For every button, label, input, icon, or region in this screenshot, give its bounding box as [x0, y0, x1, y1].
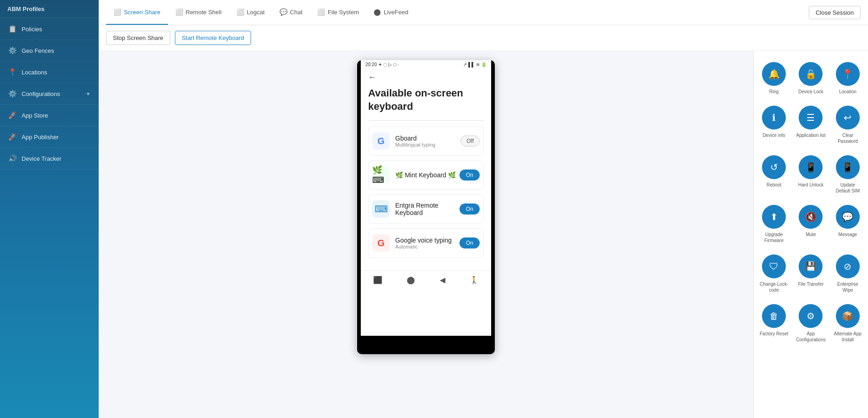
action-circle-clear-password: ↩ — [836, 106, 860, 130]
phone-divider — [368, 120, 484, 121]
action-btn-enterprise-wipe[interactable]: ⊘ Enterprise Wipe — [831, 251, 864, 297]
action-circle-message: 💬 — [836, 205, 860, 229]
action-label-device-info: Device info — [762, 132, 785, 138]
action-btn-update-default-sim[interactable]: 📱 Update Default SIM — [831, 152, 864, 198]
sidebar-header: ABM Profiles — [0, 0, 99, 18]
tab-label-remote-shell: Remote Shell — [186, 9, 222, 16]
sidebar-item-policies[interactable]: 📋Policies — [0, 18, 99, 40]
sidebar-icon-app-publisher: 🚀 — [8, 133, 17, 141]
stop-screen-share-button[interactable]: Stop Screen Share — [106, 31, 170, 45]
status-icons: ↗ ▌▌ ≋ 🔋 — [463, 62, 487, 67]
actions-grid: 🔔 Ring 🔒 Device Lock 📍 Location ℹ Device… — [757, 58, 864, 346]
keyboard-icon-mint-keyboard: 🌿⌨ — [372, 165, 390, 185]
action-btn-file-transfer[interactable]: 💾 File Transfer — [794, 251, 827, 297]
action-btn-alternate-app-install[interactable]: 📦 Alternate App Install — [831, 300, 864, 346]
sidebar-item-app-publisher[interactable]: 🚀App Publisher — [0, 126, 99, 148]
action-btn-message[interactable]: 💬 Message — [831, 201, 864, 247]
action-label-ring: Ring — [769, 89, 779, 95]
sidebar-icon-app-store: 🚀 — [8, 111, 17, 119]
sidebar-label-app-publisher: App Publisher — [22, 134, 59, 141]
action-circle-device-info: ℹ — [762, 106, 786, 130]
start-remote-keyboard-button[interactable]: Start Remote Keyboard — [175, 31, 251, 45]
tab-label-logcat: Logcat — [247, 9, 265, 16]
keyboard-toggle-gboard[interactable]: Off — [460, 136, 480, 147]
keyboard-icon-wrap-gboard: G — [372, 132, 390, 150]
phone-home-icon[interactable]: ⬛ — [373, 276, 382, 284]
keyboard-item-gboard: G Gboard Multilingual typing Off — [368, 126, 484, 156]
tab-label-chat: Chat — [290, 9, 302, 16]
action-circle-reboot: ↺ — [762, 155, 786, 179]
action-label-app-configurations: App Configurations — [796, 331, 825, 343]
sidebar-icon-policies: 📋 — [8, 25, 17, 33]
action-circle-factory-reset: 🗑 — [762, 304, 786, 328]
tab-file-system[interactable]: ⬜File System — [310, 0, 366, 25]
action-circle-device-lock: 🔒 — [799, 62, 823, 86]
keyboard-toggle-mint-keyboard[interactable]: On — [459, 169, 480, 181]
sidebar-label-configurations: Configurations — [22, 90, 60, 97]
action-btn-app-configurations[interactable]: ⚙ App Configurations — [794, 300, 827, 346]
keyboard-toggle-entgra-remote[interactable]: On — [459, 203, 480, 215]
action-btn-device-info[interactable]: ℹ Device info — [757, 102, 790, 148]
close-session-button[interactable]: Close Session — [809, 6, 861, 19]
sidebar-item-locations[interactable]: 📍Locations — [0, 62, 99, 83]
sidebar-label-device-tracker: Device Tracker — [22, 155, 62, 162]
action-circle-ring: 🔔 — [762, 62, 786, 86]
action-btn-mute[interactable]: 🔇 Mute — [794, 201, 827, 247]
phone-area: 20:20 ✦ ◌ ▷ □ · ↗ ▌▌ ≋ 🔋 ← Available on-… — [99, 51, 753, 418]
keyboard-icon-gboard: G — [377, 136, 385, 147]
phone-accessibility-icon[interactable]: 🚶 — [470, 276, 479, 284]
keyboard-item-mint-keyboard: 🌿⌨ 🌿 Mint Keyboard 🌿 On — [368, 160, 484, 190]
action-label-enterprise-wipe: Enterprise Wipe — [833, 281, 862, 293]
sidebar-label-app-store: App Store — [22, 112, 48, 119]
status-time: 20:20 ✦ ◌ ▷ □ · — [365, 62, 399, 67]
sidebar-label-geo-fences: Geo Fences — [22, 47, 54, 54]
tab-icon-logcat: ⬜ — [236, 8, 244, 16]
sidebar-icon-device-tracker: 🔊 — [8, 154, 17, 163]
action-label-hard-unlock: Hard Unlock — [798, 182, 823, 188]
action-circle-app-configurations: ⚙ — [799, 304, 823, 328]
sidebar-icon-configurations: ⚙️ — [8, 90, 17, 98]
action-label-mute: Mute — [806, 232, 816, 237]
action-btn-upgrade-firmware[interactable]: ⬆ Upgrade Firmware — [757, 201, 790, 247]
action-circle-upgrade-firmware: ⬆ — [762, 205, 786, 229]
sidebar-item-configurations[interactable]: ⚙️Configurations▼ — [0, 83, 99, 105]
action-circle-change-lock-code: 🛡 — [762, 254, 786, 278]
action-btn-application-list[interactable]: ☰ Application list — [794, 102, 827, 148]
action-btn-change-lock-code[interactable]: 🛡 Change Lock-code — [757, 251, 790, 297]
sidebar-item-geo-fences[interactable]: ⚙️Geo Fences — [0, 40, 99, 62]
phone-mockup: 20:20 ✦ ◌ ▷ □ · ↗ ▌▌ ≋ 🔋 ← Available on-… — [357, 60, 495, 354]
action-btn-hard-unlock[interactable]: 📱 Hard Unlock — [794, 152, 827, 198]
tab-icon-livefeed: ⬤ — [374, 8, 381, 16]
keyboard-item-entgra-remote: ⌨ Entgra Remote Keyboard On — [368, 194, 484, 224]
keyboard-name-mint-keyboard: 🌿 Mint Keyboard 🌿 — [395, 171, 459, 179]
action-circle-location: 📍 — [836, 62, 860, 86]
tab-screen-share[interactable]: ⬜Screen Share — [106, 0, 168, 25]
sidebar-item-app-store[interactable]: 🚀App Store — [0, 105, 99, 126]
phone-back-nav-icon[interactable]: ◀ — [440, 276, 445, 284]
tab-chat[interactable]: 💬Chat — [272, 0, 310, 25]
sidebar-item-device-tracker[interactable]: 🔊Device Tracker — [0, 148, 99, 169]
phone-back-button[interactable]: ← — [368, 73, 484, 82]
phone-nav-bar: ⬛ ⬤ ◀ 🚶 — [361, 271, 491, 289]
action-btn-ring[interactable]: 🔔 Ring — [757, 58, 790, 98]
action-btn-clear-password[interactable]: ↩ Clear Password — [831, 102, 864, 148]
action-label-reboot: Reboot — [767, 182, 781, 188]
keyboard-toggle-google-voice[interactable]: On — [459, 237, 480, 249]
action-btn-reboot[interactable]: ↺ Reboot — [757, 152, 790, 198]
phone-circle-icon[interactable]: ⬤ — [407, 276, 415, 284]
tab-icon-screen-share: ⬜ — [113, 8, 121, 16]
tab-livefeed[interactable]: ⬤LiveFeed — [366, 0, 415, 25]
action-btn-device-lock[interactable]: 🔒 Device Lock — [794, 58, 827, 98]
tab-logcat[interactable]: ⬜Logcat — [229, 0, 272, 25]
content-area: 20:20 ✦ ◌ ▷ □ · ↗ ▌▌ ≋ 🔋 ← Available on-… — [99, 51, 868, 418]
action-label-factory-reset: Factory Reset — [760, 331, 788, 337]
action-btn-factory-reset[interactable]: 🗑 Factory Reset — [757, 300, 790, 346]
tab-remote-shell[interactable]: ⬜Remote Shell — [168, 0, 229, 25]
action-circle-mute: 🔇 — [799, 205, 823, 229]
action-label-file-transfer: File Transfer — [798, 281, 824, 287]
keyboard-icon-google-voice: G — [377, 238, 385, 249]
action-btn-location[interactable]: 📍 Location — [831, 58, 864, 98]
keyboard-name-gboard: Gboard — [395, 135, 460, 142]
keyboard-icon-wrap-entgra-remote: ⌨ — [372, 200, 390, 218]
keyboard-icon-wrap-google-voice: G — [372, 234, 390, 252]
